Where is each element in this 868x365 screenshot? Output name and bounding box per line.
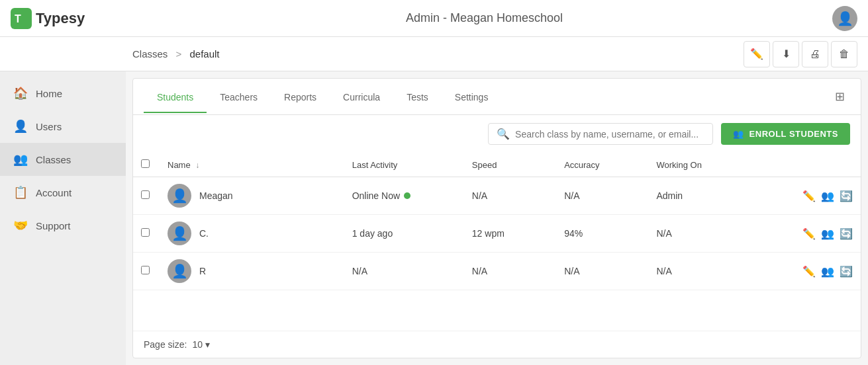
col-header-name: Name [168, 160, 191, 170]
home-icon: 🏠 [13, 86, 28, 101]
breadcrumb-current: default [189, 48, 219, 60]
sidebar-label-home: Home [36, 88, 62, 99]
select-all-checkbox[interactable] [141, 159, 150, 168]
row-checkbox-0[interactable] [141, 190, 150, 199]
logo-text: Typesy [36, 10, 85, 27]
sort-arrow-name[interactable]: ↓ [195, 161, 199, 170]
enroll-icon: 👥 [733, 129, 744, 139]
speed-2: N/A [464, 253, 556, 290]
sidebar-item-home[interactable]: 🏠 Home [0, 77, 126, 110]
breadcrumb-actions: ✏️ ⬇ 🖨 🗑 [744, 41, 857, 67]
table-row: 👤 C. 1 day ago 12 wpm 94% N/A ✏️ 👥 🔄 [133, 215, 861, 253]
page-size-select[interactable]: 10 ▾ [192, 339, 210, 350]
table-row: 👤 R N/A N/A N/A N/A ✏️ 👥 🔄 [133, 253, 861, 290]
sidebar-item-users[interactable]: 👤 Users [0, 110, 126, 143]
remove-student-1[interactable]: 👥 [821, 227, 834, 240]
download-button[interactable]: ⬇ [773, 41, 799, 67]
account-icon: 📋 [13, 185, 28, 200]
classes-icon: 👥 [13, 152, 28, 167]
tab-tests[interactable]: Tests [393, 81, 442, 113]
support-icon: 🤝 [13, 218, 28, 233]
print-button[interactable]: 🖨 [802, 41, 828, 67]
tab-students[interactable]: Students [144, 81, 207, 113]
speed-0: N/A [464, 177, 556, 215]
search-enroll-row: 🔍 👥 ENROLL STUDENTS [133, 115, 861, 153]
sidebar-label-account: Account [36, 187, 72, 198]
student-avatar-0: 👤 [168, 184, 191, 208]
student-name-0: Meagan [199, 190, 233, 201]
tab-settings[interactable]: Settings [442, 81, 502, 113]
accuracy-0: N/A [556, 177, 648, 215]
working-on-2: N/A [648, 253, 768, 290]
col-header-working-on: Working On [656, 160, 701, 170]
history-student-0[interactable]: 🔄 [840, 190, 853, 202]
search-input[interactable] [515, 129, 704, 140]
working-on-0: Admin [648, 177, 768, 215]
enroll-label: ENROLL STUDENTS [749, 129, 838, 139]
student-name-2: R [199, 266, 206, 276]
edit-student-1[interactable]: ✏️ [802, 227, 816, 240]
accuracy-2: N/A [556, 253, 648, 290]
search-icon: 🔍 [497, 128, 510, 140]
delete-button[interactable]: 🗑 [831, 41, 857, 67]
search-box: 🔍 [488, 123, 713, 145]
edit-student-0[interactable]: ✏️ [802, 190, 816, 202]
logo-area: T Typesy [11, 8, 136, 29]
working-on-1: N/A [648, 215, 768, 253]
content-area: Students Teachers Reports Curricula Test… [132, 78, 861, 358]
accuracy-1: 94% [556, 215, 648, 253]
tab-curricula[interactable]: Curricula [330, 81, 393, 113]
pagination-row: Page size: 10 ▾ [133, 331, 861, 358]
sidebar-item-classes[interactable]: 👥 Classes [0, 143, 126, 176]
tab-reports[interactable]: Reports [271, 81, 330, 113]
col-header-speed: Speed [472, 160, 497, 170]
users-icon: 👤 [13, 119, 28, 134]
sidebar: 🏠 Home 👤 Users 👥 Classes 📋 Account 🤝 Sup… [0, 71, 126, 365]
last-activity-0: Online Now [344, 177, 464, 215]
row-checkbox-1[interactable] [141, 228, 150, 237]
tabs-bar: Students Teachers Reports Curricula Test… [133, 79, 861, 115]
history-student-1[interactable]: 🔄 [840, 227, 853, 240]
enroll-students-button[interactable]: 👥 ENROLL STUDENTS [721, 123, 850, 145]
remove-student-0[interactable]: 👥 [821, 190, 834, 202]
table-row: 👤 Meagan Online Now N/A N/A Admin ✏️ 👥 🔄 [133, 177, 861, 215]
header-title: Admin - Meagan Homeschool [136, 11, 832, 25]
students-table: Name ↓ Last Activity Speed Accuracy [133, 153, 861, 331]
student-avatar-1: 👤 [168, 222, 191, 245]
row-checkbox-2[interactable] [141, 266, 150, 274]
sidebar-label-support: Support [36, 220, 71, 231]
history-student-2[interactable]: 🔄 [840, 265, 853, 278]
online-indicator-0 [404, 192, 410, 199]
page-size-value: 10 [192, 339, 203, 350]
page-size-dropdown-arrow[interactable]: ▾ [205, 339, 210, 350]
svg-rect-0 [11, 8, 32, 29]
grid-view-icon[interactable]: ⊞ [830, 79, 850, 114]
edit-button[interactable]: ✏️ [744, 41, 770, 67]
last-activity-2: N/A [344, 253, 464, 290]
breadcrumb-separator: > [176, 48, 182, 60]
breadcrumb-parent[interactable]: Classes [132, 48, 168, 60]
remove-student-2[interactable]: 👥 [821, 265, 834, 278]
student-name-1: C. [199, 228, 209, 239]
svg-text:T: T [15, 13, 21, 24]
col-header-last-activity: Last Activity [352, 160, 398, 170]
sidebar-label-users: Users [36, 121, 62, 132]
last-activity-1: 1 day ago [344, 215, 464, 253]
breadcrumb: Classes > default [132, 48, 220, 60]
sidebar-item-account[interactable]: 📋 Account [0, 176, 126, 209]
logo-icon: T [11, 8, 32, 29]
student-avatar-2: 👤 [168, 259, 191, 283]
tab-teachers[interactable]: Teachers [207, 81, 271, 113]
sidebar-label-classes: Classes [36, 154, 71, 165]
speed-1: 12 wpm [464, 215, 556, 253]
sidebar-item-support[interactable]: 🤝 Support [0, 209, 126, 242]
col-header-accuracy: Accuracy [564, 160, 599, 170]
page-size-label: Page size: [144, 339, 187, 350]
user-avatar-header[interactable]: 👤 [832, 6, 857, 31]
edit-student-2[interactable]: ✏️ [802, 265, 816, 278]
